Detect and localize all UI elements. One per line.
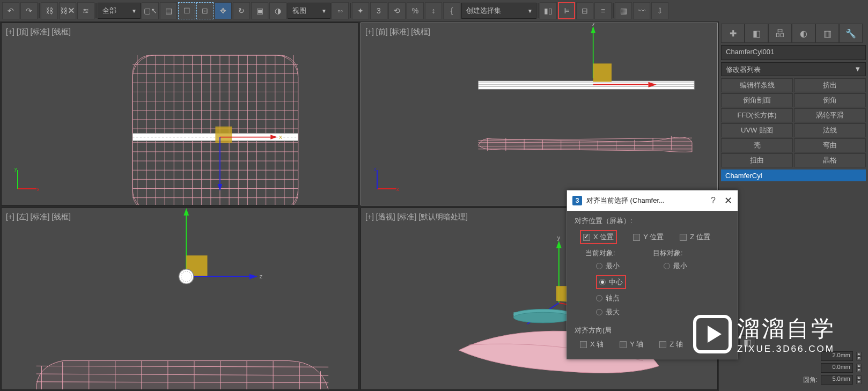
selection-filter-select[interactable]: 全部▼ bbox=[98, 3, 141, 19]
viewport-top[interactable]: [+] [顶] [标准] [线框] X bbox=[1, 23, 358, 205]
current-min-radio[interactable]: 最小 bbox=[596, 261, 626, 271]
x-position-check[interactable]: X 位置 bbox=[583, 232, 614, 242]
viewport-top-label: [+] [顶] [标准] [线框] bbox=[6, 27, 71, 37]
object-name-field[interactable]: ChamferCyl001 bbox=[721, 45, 866, 60]
viewport-left-label: [+] [左] [标准] [线框] bbox=[6, 212, 71, 222]
svg-marker-78 bbox=[249, 274, 258, 279]
modifier-button[interactable]: 晶格 bbox=[794, 153, 866, 167]
modify-tab-icon[interactable]: ◧ bbox=[745, 24, 768, 43]
watermark-play-icon bbox=[693, 315, 732, 353]
layer-explorer-icon[interactable]: ⊟ bbox=[576, 2, 593, 19]
snap-toggle-icon[interactable]: 3 bbox=[370, 2, 387, 19]
spinner-snap-icon[interactable]: ↕ bbox=[425, 2, 442, 19]
select-by-name-icon[interactable]: ▤ bbox=[160, 2, 177, 19]
viewport-front[interactable]: [+] [前] [标准] [线框] y xz bbox=[361, 23, 718, 205]
modifier-button[interactable]: FFD(长方体) bbox=[721, 108, 793, 122]
current-object-label: 当前对象: bbox=[585, 248, 626, 258]
move-icon[interactable]: ✥ bbox=[215, 2, 232, 19]
curve-editor-icon[interactable]: ▦ bbox=[615, 2, 632, 19]
select-object-icon[interactable]: ▢↖ bbox=[142, 2, 159, 19]
rotate-icon[interactable]: ↻ bbox=[233, 2, 250, 19]
hierarchy-tab-icon[interactable]: 品 bbox=[768, 24, 792, 43]
modifier-button[interactable]: UVW 贴图 bbox=[721, 123, 793, 137]
ref-coord-select[interactable]: 视图▼ bbox=[288, 3, 330, 19]
y-axis-check[interactable]: Y 轴 bbox=[620, 340, 643, 349]
window-crossing-icon[interactable]: ⊡ bbox=[196, 2, 214, 19]
motion-tab-icon[interactable]: ◐ bbox=[792, 24, 815, 43]
toggle-scene-explorer-icon[interactable]: ≡ bbox=[594, 2, 612, 19]
redo-icon[interactable]: ↷ bbox=[20, 2, 38, 19]
unlink-icon[interactable]: ⛓✕ bbox=[59, 2, 76, 19]
help-button[interactable]: ? bbox=[711, 196, 716, 205]
main-toolbar: ↶ ↷ ⛓ ⛓✕ ≋ 全部▼ ▢↖ ▤ ☐ ⊡ ✥ ↻ ▣ ◑ 视图▼ ▫◦ ✦… bbox=[0, 0, 868, 21]
x-axis-check[interactable]: X 轴 bbox=[580, 340, 604, 349]
svg-rect-55 bbox=[593, 63, 612, 82]
dialog-titlebar[interactable]: 3 对齐当前选择 (Chamfer... ? ✕ bbox=[567, 190, 738, 211]
divider bbox=[39, 3, 40, 18]
divider bbox=[538, 3, 539, 18]
param-spinner[interactable]: 0.0mm▲▼ bbox=[725, 363, 862, 373]
viewport-persp-label: [+] [透视] [标准] [默认明暗处理] bbox=[365, 212, 468, 222]
bind-space-warp-icon[interactable]: ≋ bbox=[77, 2, 94, 19]
svg-marker-43 bbox=[218, 184, 223, 191]
svg-rect-38 bbox=[215, 127, 232, 143]
named-selection-set-select[interactable]: 创建选择集▼ bbox=[461, 3, 536, 19]
placement-icon[interactable]: ◑ bbox=[269, 2, 286, 19]
z-axis-check[interactable]: Z 轴 bbox=[659, 340, 683, 349]
close-button[interactable]: ✕ bbox=[724, 195, 732, 206]
scale-icon[interactable]: ▣ bbox=[251, 2, 268, 19]
undo-icon[interactable]: ↶ bbox=[2, 2, 19, 19]
svg-text:y: y bbox=[592, 23, 595, 26]
ref-coord-label: 视图 bbox=[292, 6, 306, 16]
target-object-label: 目标对象: bbox=[653, 248, 687, 258]
modifier-button[interactable]: 倒角 bbox=[794, 93, 866, 107]
modifier-button[interactable]: 编辑样条线 bbox=[721, 78, 793, 92]
modifier-list-dropdown[interactable]: 修改器列表 ▼ bbox=[721, 62, 866, 76]
svg-text:X: X bbox=[279, 134, 283, 140]
align-icon[interactable]: ⊫ bbox=[558, 2, 575, 19]
divider bbox=[95, 3, 97, 18]
z-position-check[interactable]: Z 位置 bbox=[680, 232, 710, 242]
manipulate-icon[interactable]: ✦ bbox=[352, 2, 369, 19]
svg-text:x: x bbox=[396, 187, 399, 192]
modifier-button[interactable]: 扭曲 bbox=[721, 153, 793, 167]
divider bbox=[613, 3, 614, 18]
schematic-view-icon[interactable]: ⇩ bbox=[651, 2, 668, 19]
modifier-stack-item[interactable]: ChamferCyl bbox=[721, 169, 866, 181]
fillet-spinner[interactable]: 圆角:5.0mm▲▼ bbox=[725, 375, 862, 385]
utilities-tab-icon[interactable]: 🔧 bbox=[839, 24, 863, 43]
app-icon: 3 bbox=[572, 196, 582, 205]
display-tab-icon[interactable]: ▥ bbox=[815, 24, 839, 43]
use-pivot-center-icon[interactable]: ▫◦ bbox=[332, 2, 349, 19]
svg-marker-83 bbox=[556, 240, 562, 248]
angle-snap-icon[interactable]: ⟲ bbox=[388, 2, 406, 19]
modifier-button[interactable]: 壳 bbox=[721, 138, 793, 152]
svg-marker-74 bbox=[183, 208, 189, 216]
modifier-button[interactable]: 弯曲 bbox=[794, 138, 866, 152]
modifier-button[interactable]: 挤出 bbox=[794, 78, 866, 92]
divider bbox=[350, 3, 351, 18]
current-pivot-radio[interactable]: 轴点 bbox=[596, 293, 626, 303]
dialog-title-text: 对齐当前选择 (Chamfer... bbox=[586, 196, 665, 205]
modifier-button[interactable]: 倒角剖面 bbox=[721, 93, 793, 107]
mirror-icon[interactable]: ▮▯ bbox=[540, 2, 557, 19]
svg-text:y: y bbox=[557, 234, 561, 240]
watermark-cn: 溜溜自学 bbox=[737, 314, 836, 344]
svg-text:x: x bbox=[37, 187, 39, 192]
named-sel-icon[interactable]: { bbox=[443, 2, 460, 19]
create-tab-icon[interactable]: ✚ bbox=[721, 24, 745, 43]
target-min-radio[interactable]: 最小 bbox=[664, 261, 687, 271]
svg-rect-48 bbox=[478, 81, 694, 89]
dope-sheet-icon[interactable]: 〰 bbox=[633, 2, 650, 19]
y-position-check[interactable]: Y 位置 bbox=[633, 232, 664, 242]
modifier-button[interactable]: 涡轮平滑 bbox=[794, 108, 866, 122]
current-center-radio[interactable]: 中心 bbox=[599, 277, 623, 287]
align-position-label: 对齐位置（屏幕）: bbox=[575, 216, 730, 226]
rectangle-region-icon[interactable]: ☐ bbox=[178, 2, 195, 19]
named-selection-set-label: 创建选择集 bbox=[466, 6, 501, 16]
percent-snap-icon[interactable]: % bbox=[407, 2, 424, 19]
modifier-button[interactable]: 法线 bbox=[794, 123, 866, 137]
current-max-radio[interactable]: 最大 bbox=[596, 307, 626, 317]
viewport-left[interactable]: [+] [左] [标准] [线框] y z bbox=[1, 208, 358, 390]
link-icon[interactable]: ⛓ bbox=[41, 2, 58, 19]
